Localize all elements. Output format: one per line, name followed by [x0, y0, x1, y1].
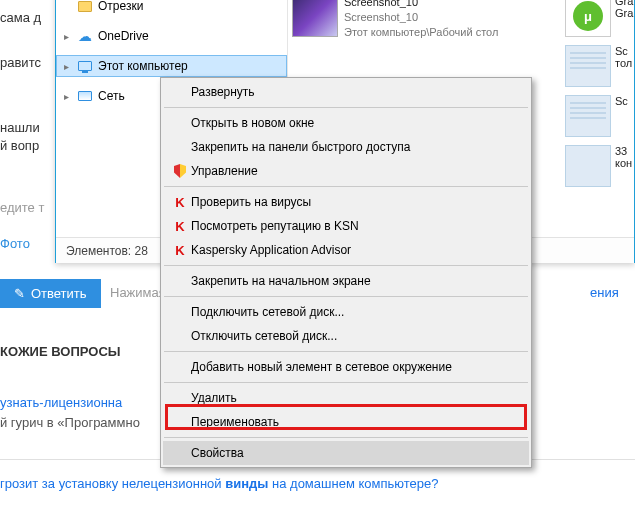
file-item[interactable]: Scтол: [565, 45, 634, 87]
kaspersky-icon: K: [169, 242, 191, 258]
ctx-scan-virus[interactable]: KПроверить на вирусы: [163, 190, 529, 214]
tree-label: OneDrive: [98, 29, 149, 43]
shield-icon: [169, 163, 191, 179]
separator: [164, 437, 528, 438]
ctx-rename[interactable]: Переименовать: [163, 410, 529, 434]
file-item[interactable]: 33кон: [565, 145, 634, 187]
folder-icon: [76, 0, 94, 14]
reply-icon: ✎: [14, 286, 25, 301]
separator: [164, 265, 528, 266]
file-item[interactable]: Sc: [565, 95, 634, 137]
separator: [164, 351, 528, 352]
separator: [164, 382, 528, 383]
bg-text: й вопр: [0, 138, 39, 153]
file-name: Screenshot_10: [344, 0, 498, 10]
ctx-add-network-location[interactable]: Добавить новый элемент в сетевое окружен…: [163, 355, 529, 379]
thumbnail: [292, 0, 338, 37]
bg-text: равитс: [0, 55, 41, 70]
cloud-icon: ☁: [76, 28, 94, 44]
monitor-icon: [76, 58, 94, 74]
bg-text: й гурич в «Программно: [0, 415, 140, 430]
photo-link[interactable]: Фото: [0, 236, 30, 251]
reply-button[interactable]: ✎ Ответить: [0, 279, 101, 308]
kaspersky-icon: K: [169, 218, 191, 234]
bg-text: сама д: [0, 10, 41, 25]
ctx-manage[interactable]: Управление: [163, 159, 529, 183]
tree-item-otrezki[interactable]: Отрезки: [56, 0, 287, 17]
similar-questions-heading: КОЖИЕ ВОПРОСЫ: [0, 344, 121, 359]
ctx-pin-quick-access[interactable]: Закрепить на панели быстрого доступа: [163, 135, 529, 159]
tree-label: Отрезки: [98, 0, 143, 13]
item-count: Элементов: 28: [66, 244, 148, 258]
tree-label: Сеть: [98, 89, 125, 103]
thumbnail: [565, 145, 611, 187]
expander-icon[interactable]: ▸: [64, 61, 76, 72]
file-path: Этот компьютер\Рабочий стол: [344, 25, 498, 40]
bg-link[interactable]: ения: [590, 285, 619, 300]
related-link-1[interactable]: узнать-лицензионна: [0, 395, 122, 410]
ctx-kaspersky-advisor[interactable]: KKaspersky Application Advisor: [163, 238, 529, 262]
bg-text: нашли: [0, 120, 40, 135]
related-link-2[interactable]: грозит за установку нелецензионной винды…: [0, 476, 438, 491]
ctx-expand[interactable]: Развернуть: [163, 80, 529, 104]
tree-label: Этот компьютер: [98, 59, 188, 73]
expander-icon[interactable]: ▸: [64, 31, 76, 42]
separator: [164, 296, 528, 297]
separator: [164, 186, 528, 187]
kaspersky-icon: K: [169, 194, 191, 210]
file-sub: Screenshot_10: [344, 10, 498, 25]
separator: [164, 107, 528, 108]
network-icon: [76, 88, 94, 104]
tree-item-onedrive[interactable]: ▸ ☁ OneDrive: [56, 25, 287, 47]
ctx-pin-start[interactable]: Закрепить на начальном экране: [163, 269, 529, 293]
ctx-map-network-drive[interactable]: Подключить сетевой диск...: [163, 300, 529, 324]
expander-icon[interactable]: ▸: [64, 91, 76, 102]
ctx-disconnect-network-drive[interactable]: Отключить сетевой диск...: [163, 324, 529, 348]
bg-text: Нажимая: [110, 285, 166, 300]
file-item[interactable]: μ GraGra: [565, 0, 634, 37]
ctx-delete[interactable]: Удалить: [163, 386, 529, 410]
thumbnail: [565, 45, 611, 87]
context-menu: Развернуть Открыть в новом окне Закрепит…: [160, 77, 532, 468]
bg-text: едите т: [0, 200, 44, 215]
ctx-properties[interactable]: Свойства: [163, 441, 529, 465]
ctx-ksn-reputation[interactable]: KПосмотреть репутацию в KSN: [163, 214, 529, 238]
thumbnail: [565, 95, 611, 137]
ctx-open-new-window[interactable]: Открыть в новом окне: [163, 111, 529, 135]
reply-label: Ответить: [31, 286, 87, 301]
tree-item-this-pc[interactable]: ▸ Этот компьютер: [56, 55, 287, 77]
utorrent-icon: μ: [565, 0, 611, 37]
